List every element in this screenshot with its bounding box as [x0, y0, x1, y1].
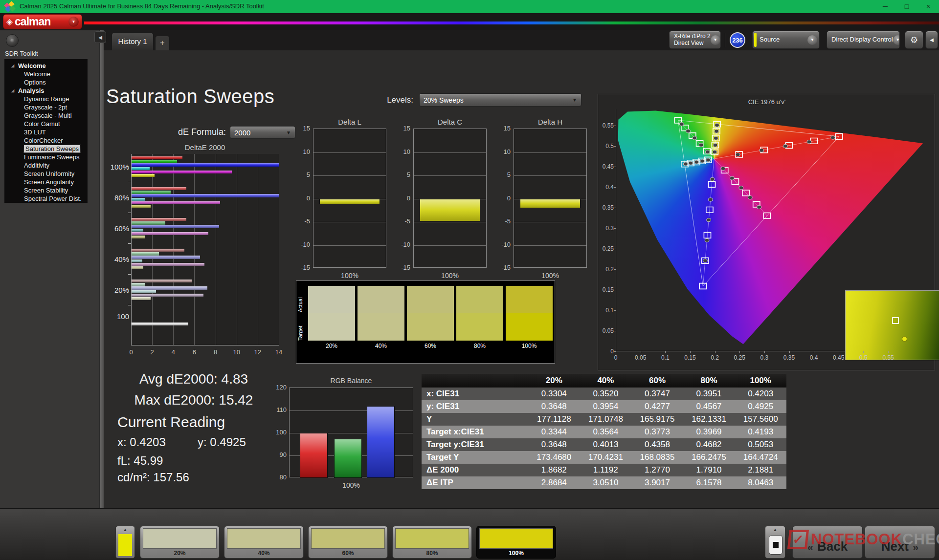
settings-button[interactable]: ⚙ — [905, 31, 923, 49]
pattern-button-40[interactable]: 40% — [224, 526, 304, 559]
collapse-panel-button[interactable]: ◀ — [925, 31, 938, 49]
levels-select[interactable]: 20% Sweeps ▼ — [419, 93, 581, 107]
axis-tick-label: 0.35 — [782, 354, 797, 361]
measured-marker — [694, 160, 699, 164]
pattern-swatch — [227, 528, 301, 549]
cell-value: 1.8682 — [528, 464, 580, 476]
minimize-icon[interactable]: ─ — [874, 0, 896, 13]
group-label: 20% — [104, 286, 129, 294]
measured-marker — [683, 162, 688, 166]
swatch-column-40: 40% — [358, 286, 404, 349]
sidebar-item-grayscale-2pt[interactable]: Grayscale - 2pt — [4, 103, 88, 111]
table-row-target-x-cie31: Target x:CIE310.33440.35640.37730.39690.… — [422, 426, 786, 438]
calman-menu-button[interactable]: ◈ calman ▼ — [3, 14, 82, 29]
tab-history-1[interactable]: History 1 — [112, 32, 154, 50]
sidebar-item-additivity[interactable]: Additivity — [4, 161, 88, 170]
chevron-down-icon[interactable]: ▼ — [711, 35, 720, 45]
axis-tick-label: 15 — [495, 125, 511, 131]
swatch-label: 60% — [407, 343, 454, 349]
close-icon[interactable]: × — [917, 0, 939, 13]
sidebar: SDR Toolkit ◢WelcomeWelcomeOptions◢Analy… — [0, 30, 99, 508]
table-row-target-y: Target Y173.4680170.4231168.0835166.2475… — [422, 451, 786, 464]
sidebar-collapse-button[interactable]: ◀ — [94, 31, 106, 43]
sidebar-item-luminance-sweeps[interactable]: Luminance Sweeps — [4, 153, 88, 161]
divider — [725, 33, 725, 47]
sidebar-item-saturation-sweeps[interactable]: Saturation Sweeps — [4, 145, 88, 153]
swatch-label: 40% — [358, 343, 404, 349]
gridline — [279, 154, 279, 345]
series-bar-cyan — [132, 259, 142, 262]
sidebar-item-grayscale-multi[interactable]: Grayscale - Multi — [4, 111, 88, 120]
de-formula-select[interactable]: 2000 ▼ — [230, 126, 295, 139]
axis-tick — [863, 351, 864, 353]
pattern-button-20[interactable]: 20% — [140, 526, 220, 559]
window-mode-tile[interactable]: ▲ — [765, 526, 785, 559]
row-label: ΔE ITP — [422, 476, 528, 489]
measured-marker — [703, 259, 708, 262]
tab-bar: History 1 + X-Rite i1Pro 2Direct View ▼ … — [0, 30, 939, 50]
axis-tick-label: 0.25 — [732, 354, 747, 361]
axis-tick-label: 100 — [270, 429, 287, 435]
axis-tick — [614, 269, 616, 270]
sidebar-item-label: Grayscale - 2pt — [24, 104, 67, 111]
meter-count-badge[interactable]: 236 — [730, 32, 745, 48]
delta-bar — [319, 199, 380, 204]
axis-tick-label: 0 — [294, 194, 310, 201]
axis-tick-label: 0.4 — [598, 184, 614, 191]
cell-value: 170.4231 — [580, 451, 632, 464]
workflow-options-button[interactable] — [6, 34, 19, 47]
sidebar-item-analysis[interactable]: ◢Analysis — [4, 86, 88, 95]
sidebar-item-3d-lut[interactable]: 3D LUT — [4, 128, 88, 136]
sidebar-splitter[interactable] — [99, 30, 104, 508]
target-row-label: Target — [297, 316, 304, 350]
gridline — [313, 245, 386, 246]
sidebar-item-options[interactable]: Options — [4, 78, 88, 86]
sidebar-item-screen-angularity[interactable]: Screen Angularity — [4, 178, 88, 186]
axis-tick-label: 12 — [250, 348, 265, 356]
display-control-dropdown[interactable]: Direct Display Control ▼ — [827, 31, 900, 49]
max-de2000: Max dE2000: 15.42 — [120, 392, 267, 408]
sidebar-item-spectral-power-dist[interactable]: Spectral Power Dist. — [4, 194, 88, 203]
series-bar-cyan — [132, 198, 145, 201]
actual-target-swatch-panel: ActualTarget20%40%60%80%100% — [296, 280, 555, 364]
sidebar-item-dynamic-range[interactable]: Dynamic Range — [4, 95, 88, 103]
target-swatch — [308, 313, 355, 341]
chevron-down-icon[interactable]: ▼ — [807, 35, 817, 45]
axis-tick-label: 0.55 — [598, 122, 614, 129]
cell-value: 164.4724 — [735, 451, 786, 464]
rainbow-divider — [84, 22, 939, 24]
axis-tick — [614, 126, 616, 126]
chart-plot-delta_l — [313, 129, 386, 268]
chevron-down-icon[interactable]: ▼ — [893, 35, 900, 45]
calman-menu-chevron-icon[interactable]: ▼ — [68, 17, 79, 27]
pattern-color-tile[interactable]: ▲ — [115, 526, 135, 559]
sidebar-item-welcome[interactable]: Welcome — [4, 70, 88, 78]
maximize-icon[interactable]: □ — [896, 0, 917, 13]
sidebar-item-colorchecker[interactable]: ColorChecker — [4, 136, 88, 145]
sidebar-item-color-gamut[interactable]: Color Gamut — [4, 120, 88, 128]
pattern-button-80[interactable]: 80% — [392, 526, 472, 559]
source-dropdown[interactable]: Source ▼ — [752, 31, 820, 49]
axis-tick-label: 0.3 — [598, 225, 614, 232]
cell-value: 3.9017 — [631, 476, 683, 489]
add-tab-button[interactable]: + — [155, 36, 170, 50]
axis-tick-label: 80 — [270, 474, 287, 480]
sidebar-item-screen-uniformity[interactable]: Screen Uniformity — [4, 170, 88, 178]
sidebar-item-screen-stability[interactable]: Screen Stability — [4, 186, 88, 194]
meter-dropdown[interactable]: X-Rite i1Pro 2Direct View ▼ — [669, 31, 721, 49]
pattern-button-100[interactable]: 100% — [476, 526, 556, 559]
series-bar-red — [132, 323, 188, 325]
axis-tick — [614, 228, 616, 229]
axis-tick-label: 5 — [395, 171, 410, 178]
axis-tick — [690, 351, 691, 353]
cell-value: 3.0510 — [580, 476, 632, 489]
app-icon — [4, 1, 16, 12]
chart-plot-delta_h — [514, 129, 587, 268]
chart-plot-delta_c — [413, 129, 487, 268]
window-pattern-icon — [769, 535, 782, 555]
cell-value: 0.3648 — [528, 400, 580, 413]
sidebar-item-welcome[interactable]: ◢Welcome — [4, 62, 88, 70]
axis-tick-label: -10 — [294, 241, 310, 248]
pattern-button-60[interactable]: 60% — [308, 526, 388, 559]
measured-marker — [713, 150, 717, 153]
